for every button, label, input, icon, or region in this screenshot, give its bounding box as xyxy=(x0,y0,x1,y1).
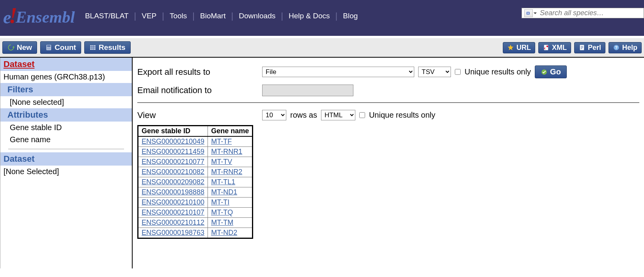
table-row: ENSG00000210107MT-TQ xyxy=(138,208,253,218)
search-input[interactable] xyxy=(540,9,641,17)
help-button[interactable]: ? Help xyxy=(609,42,642,53)
svg-point-4 xyxy=(48,48,49,48)
sidebar-filters-head[interactable]: Filters xyxy=(0,83,132,96)
svg-point-11 xyxy=(546,46,548,48)
logo[interactable]: e ! Ensembl xyxy=(3,5,75,30)
species-selector[interactable] xyxy=(524,9,533,17)
svg-rect-0 xyxy=(527,12,530,14)
export-label: Export all results to xyxy=(137,67,258,77)
table-cell: ENSG00000210082 xyxy=(138,167,208,177)
table-row: ENSG00000210100MT-TI xyxy=(138,198,253,208)
gene-name-link[interactable]: MT-TF xyxy=(211,138,232,145)
table-cell: MT-RNR2 xyxy=(208,167,253,177)
search-area xyxy=(522,8,644,18)
view-unique-checkbox[interactable] xyxy=(359,112,365,118)
gene-id-link[interactable]: ENSG00000210049 xyxy=(142,138,204,145)
nav-link-blast-blat[interactable]: BLAST/BLAT xyxy=(80,12,134,20)
results-button[interactable]: Results xyxy=(84,41,131,54)
gene-name-link[interactable]: MT-TQ xyxy=(211,208,233,216)
go-button[interactable]: Go xyxy=(535,65,567,78)
gene-name-link[interactable]: MT-ND1 xyxy=(211,188,237,196)
search-icon xyxy=(526,11,531,16)
gene-id-link[interactable]: ENSG00000211459 xyxy=(142,148,204,155)
gene-name-link[interactable]: MT-TI xyxy=(211,198,229,206)
nav-link-blog[interactable]: Blog xyxy=(337,12,363,20)
sidebar-attribute-item: Gene stable ID xyxy=(0,122,132,134)
gene-id-link[interactable]: ENSG00000210107 xyxy=(142,208,204,216)
table-cell: MT-RNR1 xyxy=(208,147,253,157)
gene-id-link[interactable]: ENSG00000198763 xyxy=(142,229,204,236)
gene-name-link[interactable]: MT-TV xyxy=(211,158,232,166)
view-rows-as-text: rows as xyxy=(290,111,317,120)
table-cell: ENSG00000198888 xyxy=(138,187,208,198)
table-cell: ENSG00000210049 xyxy=(138,136,208,147)
table-row: ENSG00000209082MT-TL1 xyxy=(138,177,253,187)
export-target-select[interactable]: File xyxy=(262,67,414,77)
gene-name-link[interactable]: MT-RNR1 xyxy=(211,148,242,155)
gene-id-link[interactable]: ENSG00000210112 xyxy=(142,219,204,226)
nav-link-biomart[interactable]: BioMart xyxy=(195,12,231,20)
gene-name-link[interactable]: MT-ND2 xyxy=(211,229,237,236)
nav-links: BLAST/BLAT|VEP|Tools|BioMart|Downloads|H… xyxy=(80,11,363,21)
toolbar: New Count Results URL XML Perl ? Help xyxy=(0,38,644,58)
table-row: ENSG00000211459MT-RNR1 xyxy=(138,147,253,157)
table-row: ENSG00000210049MT-TF xyxy=(138,136,253,147)
url-button[interactable]: URL xyxy=(503,42,535,53)
content: Export all results to File TSV Unique re… xyxy=(133,58,644,268)
view-format-select[interactable]: HTML xyxy=(321,110,355,120)
gene-id-link[interactable]: ENSG00000210077 xyxy=(142,158,204,166)
sidebar-filters-value: [None selected] xyxy=(0,96,132,108)
table-cell: MT-TQ xyxy=(208,208,253,218)
xml-button[interactable]: XML xyxy=(538,42,571,53)
gene-id-link[interactable]: ENSG00000209082 xyxy=(142,178,204,186)
sidebar-dataset-value: Human genes (GRCh38.p13) xyxy=(0,71,132,83)
chevron-down-icon[interactable] xyxy=(534,12,537,14)
table-cell: MT-ND2 xyxy=(208,228,253,238)
nav-link-downloads[interactable]: Downloads xyxy=(233,12,281,20)
perl-button[interactable]: Perl xyxy=(574,42,605,53)
count-button[interactable]: Count xyxy=(40,41,81,54)
table-cell: ENSG00000210112 xyxy=(138,218,208,228)
svg-text:?: ? xyxy=(615,45,617,50)
star-icon xyxy=(507,44,514,51)
main: Dataset Human genes (GRCh38.p13) Filters… xyxy=(0,58,644,268)
sidebar-dataset2-value: [None Selected] xyxy=(0,166,132,178)
gene-id-link[interactable]: ENSG00000210100 xyxy=(142,198,204,206)
email-label: Email notification to xyxy=(137,85,258,95)
sidebar-dataset-head[interactable]: Dataset xyxy=(0,58,132,71)
sidebar-attributes-head[interactable]: Attributes xyxy=(0,108,132,122)
table-header: Gene stable ID xyxy=(138,126,208,137)
gene-name-link[interactable]: MT-TM xyxy=(211,219,233,226)
logo-bang-icon: ! xyxy=(9,3,17,28)
gene-id-link[interactable]: ENSG00000210082 xyxy=(142,168,204,176)
results-table: Gene stable IDGene name ENSG00000210049M… xyxy=(137,125,253,239)
svg-point-7 xyxy=(48,49,49,49)
table-icon xyxy=(89,44,96,51)
table-cell: ENSG00000210107 xyxy=(138,208,208,218)
gene-name-link[interactable]: MT-TL1 xyxy=(211,178,235,186)
svg-point-3 xyxy=(47,48,48,48)
sidebar-attribute-item: Gene name xyxy=(0,134,132,146)
view-label: View xyxy=(137,110,258,120)
logo-text: Ensembl xyxy=(16,8,75,26)
email-input xyxy=(262,85,353,96)
sidebar: Dataset Human genes (GRCh38.p13) Filters… xyxy=(0,58,133,268)
export-format-select[interactable]: TSV xyxy=(418,67,451,77)
svg-point-5 xyxy=(50,48,50,48)
gene-name-link[interactable]: MT-RNR2 xyxy=(211,168,242,176)
table-row: ENSG00000210112MT-TM xyxy=(138,218,253,228)
table-cell: ENSG00000210100 xyxy=(138,198,208,208)
export-unique-checkbox[interactable] xyxy=(455,69,461,75)
gene-id-link[interactable]: ENSG00000198888 xyxy=(142,188,204,196)
table-cell: ENSG00000198763 xyxy=(138,228,208,238)
new-button[interactable]: New xyxy=(2,41,37,54)
nav-link-vep[interactable]: VEP xyxy=(136,12,162,20)
export-unique-label: Unique results only xyxy=(465,67,531,76)
table-cell: MT-TM xyxy=(208,218,253,228)
nav-link-help-docs[interactable]: Help & Docs xyxy=(283,12,335,20)
view-unique-label: Unique results only xyxy=(369,111,435,120)
view-rows-select[interactable]: 10 xyxy=(262,110,286,120)
nav-link-tools[interactable]: Tools xyxy=(164,12,192,20)
help-icon: ? xyxy=(613,44,620,51)
sidebar-dataset2-head[interactable]: Dataset xyxy=(0,152,132,166)
